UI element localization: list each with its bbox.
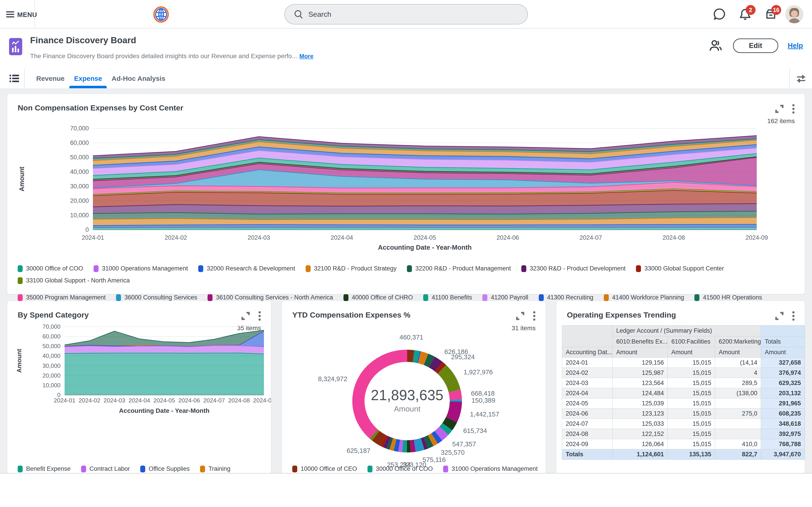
table-row: 2024-01129,15615,015(14,14327,658 <box>562 357 805 368</box>
legend-item[interactable]: 32200 R&D - Product Management <box>407 265 511 272</box>
svg-text:2024-09: 2024-09 <box>253 397 271 404</box>
legend-swatch <box>344 294 348 301</box>
tab-expense[interactable]: Expense <box>69 69 107 88</box>
legend-swatch <box>407 265 412 272</box>
kebab-menu-icon[interactable] <box>792 311 795 321</box>
legend-label: Contract Labor <box>90 465 130 472</box>
legend-item[interactable]: 10000 Office of CEO <box>292 465 357 472</box>
legend-item[interactable]: 41300 Recruiting <box>539 294 593 301</box>
table-cell: 4 <box>715 368 761 378</box>
legend-item[interactable]: 41500 HR Operations <box>695 294 762 301</box>
help-link[interactable]: Help <box>788 42 803 50</box>
legend-item[interactable]: 32300 R&D - Product Development <box>521 265 625 272</box>
legend-item[interactable]: 32000 Research & Development <box>198 265 295 272</box>
menu-label[interactable]: MENU <box>17 11 37 18</box>
legend-label: 33000 Global Support Center <box>644 265 724 272</box>
legend-item[interactable]: Training <box>200 465 231 472</box>
legend-item[interactable]: 33100 Global Support - North America <box>18 277 130 284</box>
date-cell: 2024-09 <box>562 439 613 449</box>
card-operating-expenses: Operating Expenses Trending 10 rows Ledg… <box>556 301 805 473</box>
legend-label: Benefit Expense <box>26 465 71 472</box>
chat-button[interactable] <box>707 8 732 21</box>
svg-text:150,389: 150,389 <box>471 397 495 404</box>
legend-label: 41400 Workforce Planning <box>612 294 684 301</box>
legend-item[interactable]: 30000 Office of COO <box>18 265 83 272</box>
edit-button[interactable]: Edit <box>733 39 778 53</box>
table-cell: 15,015 <box>668 357 715 368</box>
total-cell: 376,974 <box>761 368 805 378</box>
notifications-badge: 2 <box>746 5 756 15</box>
expand-icon[interactable] <box>774 311 784 321</box>
avatar[interactable] <box>785 5 803 23</box>
svg-text:0: 0 <box>86 226 89 233</box>
date-cell: 2024-05 <box>562 398 613 408</box>
legend-item[interactable]: 33000 Global Support Center <box>636 265 724 272</box>
svg-text:2024-04: 2024-04 <box>331 234 353 241</box>
more-link[interactable]: More <box>299 53 313 60</box>
legend-item[interactable]: Contract Labor <box>81 465 130 472</box>
table-cell: 15,015 <box>668 398 715 408</box>
legend-item[interactable]: 36100 Consulting Services - North Americ… <box>208 294 333 301</box>
filter-settings-icon[interactable] <box>797 75 806 83</box>
svg-text:2024-02: 2024-02 <box>79 397 100 404</box>
page-header: Finance Discovery Board The Finance Disc… <box>0 29 812 69</box>
total-cell: 629,325 <box>761 378 805 388</box>
tab-revenue[interactable]: Revenue <box>32 69 69 88</box>
legend-label: 40000 Office of CHRO <box>352 294 413 301</box>
table-cell: 15,015 <box>668 439 715 449</box>
svg-text:2024-08: 2024-08 <box>228 397 250 404</box>
legend-item[interactable]: 31000 Operations Management <box>94 265 188 272</box>
divider <box>35 0 35 28</box>
table-row: 2024-06123,12315,015275,0608,235 <box>562 408 805 419</box>
legend-swatch <box>208 294 212 301</box>
svg-text:2024-02: 2024-02 <box>165 234 187 241</box>
legend-item[interactable]: 31000 Operations Management <box>443 465 538 472</box>
svg-text:2024-06: 2024-06 <box>497 234 519 241</box>
legend-swatch <box>483 294 487 301</box>
legend-item[interactable]: 30000 Office of COO <box>367 465 433 472</box>
legend-item[interactable]: 35000 Program Management <box>18 294 106 301</box>
legend-item[interactable]: 32100 R&D - Product Strategy <box>306 265 397 272</box>
list-view-icon[interactable] <box>9 74 19 83</box>
legend-label: 35000 Program Management <box>26 294 106 301</box>
table-cell: 123,564 <box>612 378 668 388</box>
table-cell: 125,033 <box>612 419 668 429</box>
search-input[interactable]: Search <box>284 4 528 24</box>
svg-text:Accounting Date - Year-Month: Accounting Date - Year-Month <box>119 407 209 414</box>
legend-item[interactable]: 36000 Consulting Services <box>116 294 197 301</box>
legend-item[interactable]: 41200 Payroll <box>483 294 528 301</box>
inbox-button[interactable]: 16 <box>758 8 783 21</box>
table-cell: 123,123 <box>612 408 668 419</box>
table-cell: 124,484 <box>612 388 668 398</box>
svg-text:1,927,976: 1,927,976 <box>464 369 493 376</box>
legend-swatch <box>292 465 297 472</box>
tab-ad-hoc-analysis[interactable]: Ad-Hoc Analysis <box>107 69 170 88</box>
company-logo-icon[interactable] <box>153 6 169 23</box>
svg-text:60,000: 60,000 <box>42 333 60 340</box>
table-row: 2024-04124,48415,015(138,00203,132 <box>562 388 805 398</box>
date-cell: 2024-08 <box>562 429 613 439</box>
svg-text:2024-07: 2024-07 <box>203 397 225 404</box>
menu-icon[interactable] <box>6 11 14 17</box>
table-cell: 125,039 <box>612 398 668 408</box>
legend-item[interactable]: Office Supplies <box>140 465 190 472</box>
legend-label: 32100 R&D - Product Strategy <box>314 265 397 272</box>
table-cell: Totals <box>562 449 613 460</box>
svg-text:2024-06: 2024-06 <box>178 397 200 404</box>
card-title: Operating Expenses Trending <box>567 311 676 319</box>
search-placeholder: Search <box>308 10 331 18</box>
expenses-table: Ledger Account / (Summary Fields)6010:Be… <box>562 325 805 460</box>
legend-item[interactable]: 41100 Benefits <box>423 294 472 301</box>
legend-item[interactable]: Benefit Expense <box>18 465 71 472</box>
legend-item[interactable]: 40000 Office of CHRO <box>344 294 413 301</box>
share-users-icon[interactable] <box>708 40 722 52</box>
notifications-button[interactable]: 2 <box>732 8 758 21</box>
row-header: Accounting Dat... <box>562 347 613 357</box>
amount-header: Amount <box>668 347 715 357</box>
card-cost-center: Non Compensation Expenses by Cost Center… <box>7 94 805 294</box>
legend-label: Training <box>208 465 231 472</box>
svg-text:460,371: 460,371 <box>399 334 423 341</box>
table-cell: 15,015 <box>668 388 715 398</box>
table-cell: (138,00 <box>715 388 761 398</box>
legend-item[interactable]: 41400 Workforce Planning <box>604 294 684 301</box>
